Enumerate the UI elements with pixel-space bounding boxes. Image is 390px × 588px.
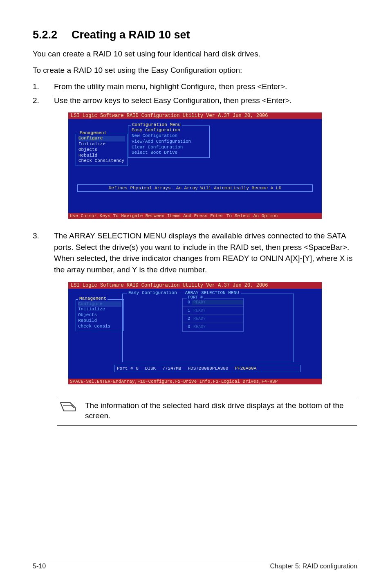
note-block: The information of the selected hard dis… [57,396,357,426]
mgmt-item-initialize: Initialize [78,141,125,147]
mgmt-item-objects: Objects [78,312,121,318]
port-number: 3 [183,325,192,329]
step-number: 2. [33,95,54,106]
bios-title: LSI Logic Software RAID Configuration Ut… [68,282,322,289]
step-1: 1. From the utility main menu, highlight… [33,81,357,92]
bios-footer: Use Cursor Keys To Navigate Between Item… [68,213,322,219]
bios-title: LSI Logic Software RAID Configuration Ut… [68,112,322,119]
port-row: 3 READY [183,323,243,331]
array-selection-menu: Easy Configuration - ARRAY SELECTION MEN… [122,294,294,362]
port-list: PORT # 0 READY 1 READY 2 READY [182,298,244,332]
step-text: Use the arrow keys to select Easy Config… [54,95,357,106]
section-number: 5.2.2 [33,29,72,41]
mgmt-item-check-consistency: Check Consistency [78,158,125,164]
port-status: READY [192,308,243,313]
bios-footer: SPACE-Sel,ENTER-EndArray,F10-Configure,F… [68,379,322,384]
port-number: 1 [183,308,192,313]
drive-info-port: Port # 0 [117,366,139,371]
steps-list-2: 3. The ARRAY SELECTION MENU displays the… [33,230,357,275]
bios-screenshot-1: LSI Logic Software RAID Configuration Ut… [68,112,322,219]
drive-info-size: 77247MB [162,366,181,371]
configuration-menu-label: Configuration Menu [131,122,182,127]
drive-info-model: HDS728080PLA380 [188,366,228,371]
port-status: READY [192,325,243,329]
conf-item-new: New Configuration [132,133,206,139]
management-menu: Management Configure Initialize Objects … [76,299,124,332]
conf-item-easy: Easy Configuration [132,128,206,133]
note-icon [59,400,77,413]
mgmt-item-configure: Configure [78,136,125,141]
step-2: 2. Use the arrow keys to select Easy Con… [33,95,357,106]
intro-paragraph-2: To create a RAID 10 set using the Easy C… [33,65,357,76]
page-number: 5-10 [33,563,46,570]
section-title-text: Creating a RAID 10 set [72,29,190,41]
port-row: 0 READY [183,298,243,307]
port-row: 1 READY [183,307,243,315]
management-menu: Management Configure Initialize Objects … [76,134,128,166]
section-heading: 5.2.2Creating a RAID 10 set [33,29,357,41]
chapter-label: Chapter 5: RAID configuration [270,563,357,570]
port-number: 2 [183,316,192,321]
page-footer: 5-10 Chapter 5: RAID configuration [33,560,357,570]
steps-list-1: 1. From the utility main menu, highlight… [33,81,357,106]
step-number: 3. [33,230,54,275]
step-text: From the utility main menu, highlight Co… [54,81,357,92]
conf-item-view-add: View/Add Configuration [132,139,206,145]
port-status: READY [192,316,243,321]
bios-screenshot-2: LSI Logic Software RAID Configuration Ut… [68,282,322,384]
drive-info-disk: DISK [145,366,156,371]
port-row: 2 READY [183,315,243,323]
bios-hint: Defines Physical Arrays. An Array Will A… [77,184,313,192]
drive-info-bar: Port # 0 DISK 77247MB HDS728080PLA380 PF… [114,365,300,372]
step-text: The ARRAY SELECTION MENU displays the av… [54,230,357,275]
array-selection-label: Easy Configuration - ARRAY SELECTION MEN… [127,290,241,295]
mgmt-item-rebuild: Rebuild [78,318,121,324]
port-status: READY [192,300,243,305]
management-menu-label: Management [78,296,108,301]
mgmt-item-initialize: Initialize [78,307,121,312]
mgmt-item-configure: Configure [78,301,121,307]
note-text: The information of the selected hard dis… [85,400,356,421]
configuration-menu: Configuration Menu Easy Configuration Ne… [128,126,210,158]
mgmt-item-check-consis: Check Consis [78,324,121,330]
intro-paragraph-1: You can create a RAID 10 set using four … [33,49,357,59]
conf-item-select-boot: Select Boot Drive [132,150,206,156]
port-number: 0 [183,300,192,305]
port-list-label: PORT # [187,295,204,300]
drive-info-firmware: PF20A60A [235,366,256,371]
management-menu-label: Management [78,130,108,135]
conf-item-clear: Clear Configuration [132,145,206,150]
step-number: 1. [33,81,54,92]
step-3: 3. The ARRAY SELECTION MENU displays the… [33,230,357,275]
mgmt-item-rebuild: Rebuild [78,153,125,159]
mgmt-item-objects: Objects [78,147,125,153]
